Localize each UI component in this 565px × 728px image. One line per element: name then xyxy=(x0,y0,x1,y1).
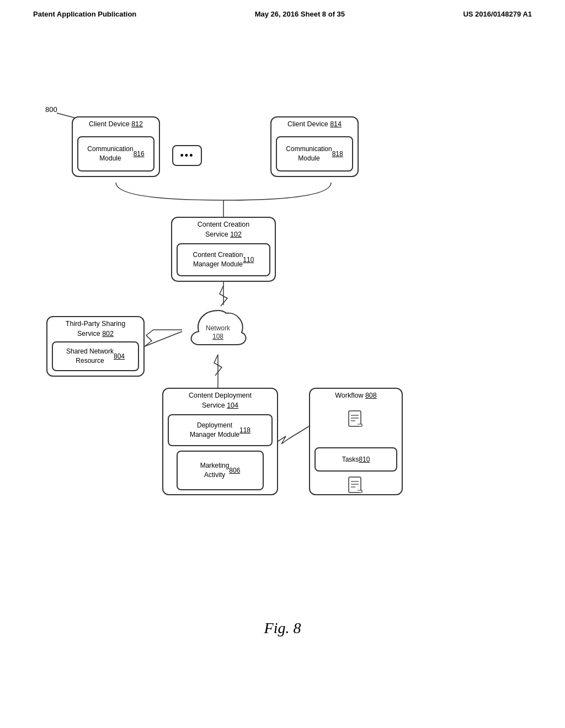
doc-icon-bottom xyxy=(348,476,364,499)
tasks-810-number: 810 xyxy=(359,455,370,464)
dmm-118-box: DeploymentManager Module118 xyxy=(168,414,273,446)
svg-line-4 xyxy=(145,331,182,346)
dmm-118-number: 118 xyxy=(239,426,250,435)
ccm-110-box: Content CreationManager Module110 xyxy=(177,243,270,276)
client-device-814-box: Client Device 814 CommunicationModule 81… xyxy=(270,116,359,177)
wf-808-number: 808 xyxy=(365,392,377,399)
header-right: US 2016/0148279 A1 xyxy=(463,10,532,18)
doc-icon-top xyxy=(348,410,364,433)
ccs-102-number: 102 xyxy=(230,231,242,238)
wf-808-title: Workflow 808 xyxy=(310,389,402,403)
third-party-sharing-service-802-box: Third-Party SharingService 802 Shared Ne… xyxy=(46,316,145,377)
client-device-812-box: Client Device 812 CommunicationModule 81… xyxy=(72,116,160,177)
page-header: Patent Application Publication May 26, 2… xyxy=(0,0,565,18)
content-creation-service-102-box: Content CreationService 102 Content Crea… xyxy=(171,217,276,282)
ma-806-box: MarketingActivity806 xyxy=(177,451,264,490)
content-deployment-service-104-box: Content DeploymentService 104 Deployment… xyxy=(162,388,278,495)
client-device-812-title: Client Device 812 xyxy=(73,117,159,132)
ellipsis-connector: ••• xyxy=(172,145,202,166)
comm-module-818-box: CommunicationModule 818 xyxy=(276,136,353,172)
ma-806-number: 806 xyxy=(229,466,240,475)
ccs-102-title: Content CreationService 102 xyxy=(172,218,275,242)
figure-label: Fig. 8 xyxy=(264,619,301,637)
tasks-810-box: Tasks 810 xyxy=(315,447,397,472)
tpss-802-number: 802 xyxy=(102,330,114,338)
comm-module-816-box: CommunicationModule 816 xyxy=(77,136,154,172)
header-middle: May 26, 2016 Sheet 8 of 35 xyxy=(255,10,345,18)
workflow-808-box: Workflow 808 Tasks 810 xyxy=(309,388,403,495)
tpss-802-title: Third-Party SharingService 802 xyxy=(47,317,143,341)
client-device-812-number: 812 xyxy=(131,120,143,128)
diagram-area: 800 Client Device 812 CommunicationModul… xyxy=(0,24,565,675)
snr-804-box: Shared NetworkResource 804 xyxy=(52,341,139,371)
client-device-814-number: 814 xyxy=(330,120,342,128)
ccm-110-number: 110 xyxy=(243,255,254,265)
comm-818-number: 818 xyxy=(332,149,343,159)
svg-text:108: 108 xyxy=(212,333,223,340)
cds-104-number: 104 xyxy=(227,402,238,409)
client-device-814-title: Client Device 814 xyxy=(271,117,358,132)
header-left: Patent Application Publication xyxy=(33,10,136,18)
cds-104-title: Content DeploymentService 104 xyxy=(163,389,277,413)
snr-804-number: 804 xyxy=(114,352,125,361)
comm-816-number: 816 xyxy=(134,149,145,159)
label-800: 800 xyxy=(45,105,57,114)
svg-text:Network: Network xyxy=(206,324,231,332)
network-108-cloud: Network 108 xyxy=(182,305,254,355)
